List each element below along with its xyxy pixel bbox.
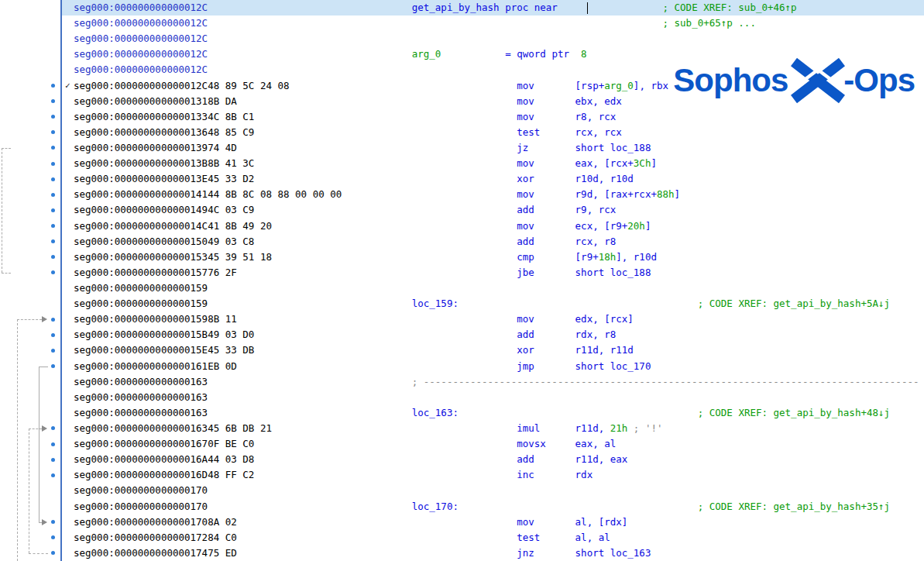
jump-arrow <box>17 319 18 561</box>
listing-line[interactable]: seg000:000000000000016D48 FF C2incrdx <box>62 467 924 483</box>
operands: eax, al <box>575 436 617 452</box>
jump-arrow <box>42 519 47 525</box>
instruction-dot <box>51 177 55 181</box>
listing-line[interactable]: seg000:000000000000015345 39 51 18cmp[r9… <box>62 250 924 265</box>
listing-line[interactable]: seg000:000000000000014144 8B 8C 08 88 00… <box>62 187 924 202</box>
listing-line[interactable]: seg000:0000000000000161EB 0Djmpshort loc… <box>62 359 924 374</box>
listing-line[interactable]: seg000:000000000000016345 6B DB 21imulr1… <box>62 421 924 436</box>
mnemonic: imul <box>517 421 540 436</box>
mnemonic: mov <box>517 156 534 171</box>
comment: ; CODE XREF: get_api_by_hash+35↑j <box>698 499 890 515</box>
operands: = qword ptr 8 <box>505 46 586 62</box>
listing-line[interactable]: seg000:00000000000001670F BE C0movsxeax,… <box>62 436 924 452</box>
opcode-bytes: 8B 41 3C <box>208 156 254 171</box>
instruction-dot <box>51 551 55 555</box>
mnemonic: xor <box>517 342 534 358</box>
listing-line[interactable]: seg000:00000000000001494C 03 C9addr9, rc… <box>62 202 924 218</box>
address: seg000:000000000000012C <box>74 31 208 46</box>
listing-line[interactable]: seg000:000000000000015B49 03 D0addrdx, r… <box>62 327 924 342</box>
listing-line[interactable]: seg000:000000000000012C; sub_0+65↑p ... <box>62 15 924 31</box>
operands: eax, [rcx+3Ch] <box>575 156 657 171</box>
listing-line[interactable]: seg000:0000000000000163; ---------------… <box>62 374 924 390</box>
listing-line[interactable]: seg000:000000000000017284 C0testal, al <box>62 530 924 546</box>
label: get_api_by_hash proc near <box>412 0 558 15</box>
operands: r9d, [rax+rcx+88h] <box>575 187 680 202</box>
jump-arrow <box>29 428 42 429</box>
jump-arrow <box>39 367 40 522</box>
jump-arrow <box>29 553 48 554</box>
operands: al, [rdx] <box>575 515 628 530</box>
listing-line[interactable]: seg000:000000000000012Cget_api_by_hash p… <box>62 0 924 15</box>
address: seg000:0000000000000163 <box>74 390 208 405</box>
jump-arrow <box>39 367 48 367</box>
listing-line[interactable]: seg000:0000000000000159loc_159:; CODE XR… <box>62 296 924 311</box>
instruction-dot <box>51 115 55 119</box>
opcode-bytes: 44 8B 8C 08 88 00 00 00 <box>208 187 342 202</box>
instruction-dot <box>51 270 55 274</box>
listing-line[interactable]: seg000:000000000000012C <box>62 31 924 46</box>
listing-line[interactable]: seg000:000000000000015E45 33 DBxorr11d, … <box>62 342 924 358</box>
instruction-dot <box>51 333 55 337</box>
listing-line[interactable]: seg000:000000000000013E45 33 D2xorr10d, … <box>62 171 924 187</box>
address: seg000:0000000000000159 <box>74 280 208 296</box>
listing-line[interactable]: seg000:000000000000016A44 03 D8addr11d, … <box>62 452 924 467</box>
address: seg000:0000000000000167 <box>74 436 208 452</box>
operands: rdx, r8 <box>575 327 617 342</box>
opcode-bytes: 0F BE C0 <box>208 436 254 452</box>
operands: r11d, eax <box>575 452 628 467</box>
operands: ecx, [r9+20h] <box>575 219 651 234</box>
mnemonic: mov <box>517 311 534 327</box>
listing-line[interactable]: seg000:000000000000017475 EDjnzshort loc… <box>62 546 924 561</box>
address: seg000:000000000000013B <box>74 156 208 171</box>
jump-arrow <box>2 148 2 273</box>
listing-line[interactable]: seg000:0000000000000159 <box>62 280 924 296</box>
opcode-bytes: 4C 03 C9 <box>208 202 254 218</box>
operands: [r9+18h], r10d <box>575 250 657 265</box>
operands: rcx, r8 <box>575 234 617 250</box>
opcode-bytes: 49 03 D0 <box>208 327 254 342</box>
listing-line[interactable]: seg000:00000000000001708A 02moval, [rdx] <box>62 515 924 530</box>
opcode-bytes: 45 33 DB <box>208 342 254 358</box>
instruction-dot <box>51 520 55 524</box>
address: seg000:0000000000000163 <box>74 421 208 436</box>
listing-line[interactable]: seg000:000000000000013B8B 41 3Cmoveax, [… <box>62 156 924 171</box>
address: seg000:000000000000012C <box>74 46 208 62</box>
listing-line[interactable]: seg000:00000000000001334C 8B C1movr8, rc… <box>62 109 924 125</box>
mnemonic: jnz <box>517 546 534 561</box>
comment: ; CODE XREF: get_api_by_hash+5A↓j <box>698 296 890 311</box>
listing-line[interactable]: seg000:000000000000014C41 8B 49 20movecx… <box>62 219 924 234</box>
listing-line[interactable]: seg000:0000000000000170loc_170:; CODE XR… <box>62 499 924 515</box>
address: seg000:0000000000000141 <box>74 187 208 202</box>
jump-arrow <box>2 273 11 274</box>
listing-line[interactable]: seg000:0000000000000163loc_163:; CODE XR… <box>62 405 924 421</box>
instruction-dot <box>51 162 55 166</box>
instruction-dot <box>51 349 55 353</box>
opcode-bytes: 75 ED <box>208 546 237 561</box>
jump-arrows-margin <box>0 0 62 561</box>
listing-line[interactable]: seg000:000000000000015776 2Fjbeshort loc… <box>62 265 924 280</box>
listing-line[interactable]: seg000:00000000000001598B 11movedx, [rcx… <box>62 311 924 327</box>
listing-line[interactable]: seg000:0000000000000170 <box>62 483 924 498</box>
mnemonic: add <box>517 234 534 250</box>
instruction-dot <box>51 146 55 150</box>
mnemonic: mov <box>517 78 534 94</box>
opcode-bytes: 48 89 5C 24 08 <box>208 78 289 94</box>
listing-line[interactable]: seg000:000000000000013974 4Djzshort loc_… <box>62 140 924 156</box>
logo-sophos-text: Sophos <box>673 62 788 99</box>
address: seg000:0000000000000161 <box>74 359 208 374</box>
listing-line[interactable]: seg000:000000000000015049 03 C8addrcx, r… <box>62 234 924 250</box>
jump-arrow <box>42 425 47 432</box>
address: seg000:0000000000000150 <box>74 234 208 250</box>
instruction-dot <box>51 239 55 243</box>
operands: r9, rcx <box>575 202 617 218</box>
address: seg000:0000000000000153 <box>74 250 208 265</box>
jump-arrow <box>42 316 47 322</box>
listing-line[interactable]: seg000:000000000000013648 85 C9testrcx, … <box>62 125 924 140</box>
address: seg000:000000000000015E <box>74 342 208 358</box>
instruction-dot <box>51 99 55 103</box>
sophos-xops-logo: Sophos -Ops <box>673 56 915 105</box>
operands: ebx, edx <box>575 94 622 109</box>
listing-line[interactable]: seg000:0000000000000163 <box>62 390 924 405</box>
operands: r8, rcx <box>575 109 617 125</box>
instruction-dot <box>51 535 55 539</box>
